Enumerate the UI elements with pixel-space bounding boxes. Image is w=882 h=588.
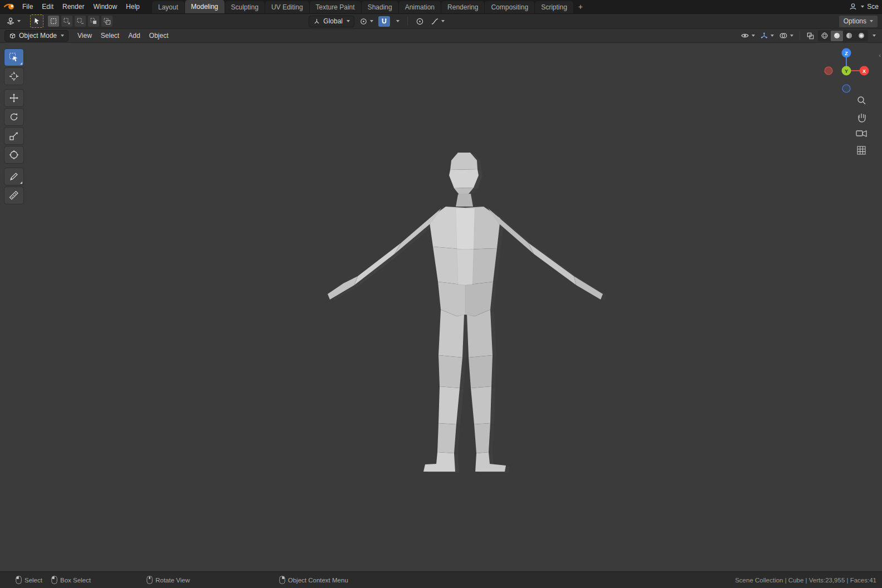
- visibility-button[interactable]: [739, 31, 757, 41]
- workspace-tab[interactable]: Modeling: [185, 0, 225, 13]
- workspace-tab[interactable]: Shading: [362, 1, 399, 13]
- select-box-icon: [8, 52, 20, 63]
- options-button[interactable]: Options: [839, 16, 878, 27]
- separator: [800, 31, 800, 40]
- chevron-down-icon: [870, 20, 873, 22]
- shading-material-button[interactable]: [843, 31, 855, 41]
- workspace-tab[interactable]: Animation: [399, 1, 441, 13]
- tool-select-box[interactable]: [4, 49, 23, 66]
- chevron-down-icon: [370, 20, 373, 22]
- select-mode-extend-button[interactable]: [61, 16, 72, 27]
- hint-rotate-view: Rotate View: [147, 576, 190, 584]
- shading-settings-button[interactable]: [870, 33, 878, 38]
- workspace-tabs: LayoutModelingSculptingUV EditingTexture…: [152, 0, 574, 13]
- chevron-down-icon: [873, 35, 876, 37]
- menu-item[interactable]: Add: [124, 29, 144, 42]
- toolbar-left: [4, 49, 23, 204]
- object-mode-icon: [9, 32, 16, 40]
- chevron-down-icon: [790, 35, 793, 37]
- viewport-menus: ViewSelectAddObject: [73, 29, 173, 42]
- viewport-navigation-gizmo[interactable]: Z X Y: [825, 48, 869, 93]
- editor-type-button[interactable]: [4, 16, 22, 27]
- snap-settings-button[interactable]: [393, 19, 401, 23]
- tool-move[interactable]: [4, 90, 23, 106]
- viewport-editor-icon: [6, 17, 15, 26]
- measure-icon: [8, 190, 20, 201]
- tool-rotate[interactable]: [4, 109, 23, 125]
- menu-item[interactable]: Help: [121, 0, 144, 13]
- transform-orientation-dropdown[interactable]: Global: [309, 16, 354, 27]
- move-icon: [8, 92, 20, 104]
- shading-rendered-button[interactable]: [855, 31, 868, 41]
- select-cursor-icon: [32, 17, 41, 26]
- menu-item[interactable]: Edit: [37, 0, 58, 13]
- chevron-down-icon: [61, 35, 64, 37]
- tool-cursor[interactable]: [4, 68, 23, 85]
- pan-hand-button[interactable]: [859, 114, 865, 122]
- blender-logo-icon[interactable]: [3, 2, 16, 12]
- chevron-down-icon: [861, 6, 864, 8]
- mode-dropdown[interactable]: Object Mode: [4, 30, 69, 42]
- main-menus: FileEditRenderWindowHelp: [18, 0, 144, 13]
- hint-select: Select: [16, 576, 42, 584]
- tool-annotate[interactable]: [4, 168, 23, 185]
- sidebar-toggle[interactable]: ‹: [879, 52, 881, 58]
- add-workspace-button[interactable]: +: [574, 0, 587, 13]
- menu-item[interactable]: View: [73, 29, 96, 42]
- snap-toggle-button[interactable]: [378, 16, 390, 27]
- magnet-icon: [380, 17, 388, 26]
- viewport-canvas[interactable]: Z X Y: [0, 43, 882, 571]
- viewport-3d[interactable]: Z X Y: [0, 43, 882, 571]
- toggle-xray-button[interactable]: [805, 31, 816, 41]
- menu-item[interactable]: Render: [58, 0, 89, 13]
- proportional-circle-icon: [416, 17, 424, 26]
- workspace-tab[interactable]: Texture Paint: [310, 1, 362, 13]
- zoom-button[interactable]: [858, 97, 865, 104]
- hint-context-menu: Object Context Menu: [279, 576, 348, 584]
- shading-wireframe-button[interactable]: [818, 31, 831, 41]
- topbar: FileEditRenderWindowHelp LayoutModelingS…: [0, 0, 882, 13]
- camera-view-button[interactable]: [856, 131, 866, 136]
- eye-icon: [740, 32, 749, 40]
- menu-item[interactable]: Select: [96, 29, 124, 42]
- workspace-tab[interactable]: Rendering: [441, 1, 485, 13]
- gizmo-minus-x-ball[interactable]: [825, 67, 832, 75]
- menu-item[interactable]: Object: [145, 29, 173, 42]
- scene-selector[interactable]: Sce: [845, 3, 879, 11]
- tool-scale[interactable]: [4, 128, 23, 144]
- select-mode-invert-button[interactable]: [88, 16, 99, 27]
- pivot-point-button[interactable]: [358, 16, 375, 27]
- workspace-tab[interactable]: Compositing: [485, 1, 535, 13]
- status-bar: Select Box Select Rotate View Object Con…: [0, 571, 882, 588]
- tool-transform[interactable]: [4, 146, 23, 163]
- mouse-left-icon: [16, 576, 22, 584]
- scene-name: Sce: [867, 3, 879, 11]
- human-model[interactable]: [328, 153, 603, 472]
- proportional-falloff-button[interactable]: [429, 16, 446, 27]
- toggle-ortho-button[interactable]: [857, 146, 865, 154]
- shading-solid-button[interactable]: [831, 31, 843, 41]
- menu-item[interactable]: Window: [89, 0, 121, 13]
- material-sphere-icon: [845, 32, 853, 40]
- cursor-3d-icon: [8, 71, 20, 82]
- wireframe-sphere-icon: [821, 32, 829, 40]
- select-mode-set-button[interactable]: [48, 16, 59, 27]
- select-mode-intersect-button[interactable]: [101, 16, 113, 27]
- select-mode-subtract-button[interactable]: [75, 16, 86, 27]
- proportional-editing-button[interactable]: [414, 16, 426, 27]
- workspace-tab[interactable]: Sculpting: [225, 1, 265, 13]
- shading-mode-group: [818, 30, 868, 42]
- gizmo-minus-z-ball[interactable]: [842, 85, 850, 92]
- show-gizmo-button[interactable]: [758, 31, 776, 41]
- tool-measure[interactable]: [4, 187, 23, 204]
- menu-item[interactable]: File: [18, 0, 37, 13]
- workspace-tab[interactable]: Layout: [152, 1, 185, 13]
- overlays-icon: [779, 32, 788, 40]
- mode-value: Object Mode: [19, 32, 57, 40]
- workspace-tab[interactable]: UV Editing: [265, 1, 310, 13]
- workspace-tab[interactable]: Scripting: [535, 1, 574, 13]
- overlays-button[interactable]: [777, 31, 795, 41]
- mouse-right-icon: [279, 576, 285, 584]
- chevron-down-icon: [17, 20, 21, 22]
- active-tool-indicator[interactable]: [30, 14, 43, 28]
